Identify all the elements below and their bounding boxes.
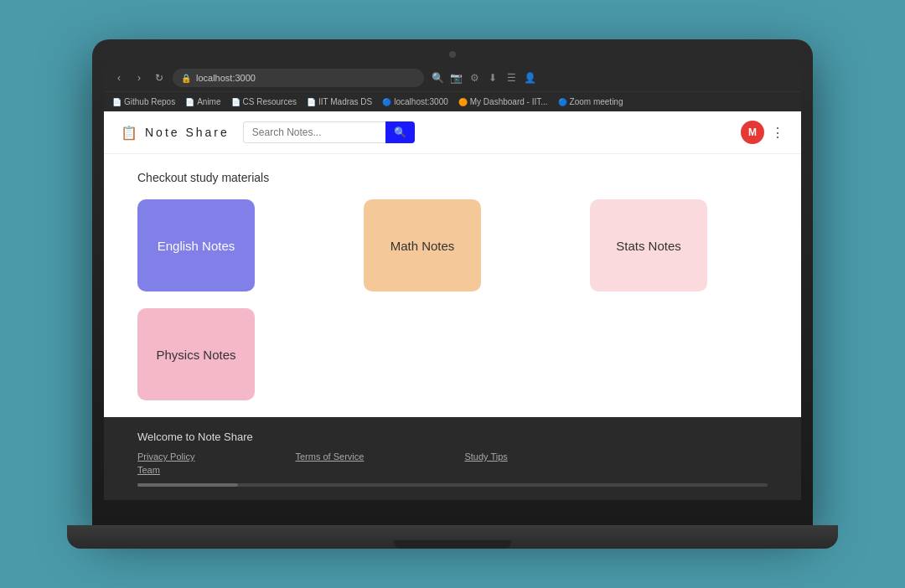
- github-icon: 📄: [112, 98, 122, 106]
- footer-group-middle: Terms of Service: [295, 451, 364, 475]
- brand: 📋 Note Share: [121, 125, 230, 141]
- screen-bezel: ‹ › ↻ 🔒 localhost:3000 🔍 📷 ⚙ ⬇ ☰ 👤: [104, 64, 801, 500]
- section-title: Checkout study materials: [137, 171, 768, 184]
- bookmark-anime[interactable]: 📄 Anime: [185, 97, 220, 106]
- bookmark-anime-label: Anime: [197, 97, 220, 106]
- bookmark-cs[interactable]: 📄 CS Resources: [231, 97, 297, 106]
- note-card-physics[interactable]: Physics Notes: [137, 308, 255, 400]
- footer-study-tips-link[interactable]: Study Tips: [464, 451, 507, 462]
- dashboard-icon: 🟠: [458, 98, 468, 106]
- note-card-stats[interactable]: Stats Notes: [590, 199, 707, 291]
- laptop-base: [67, 525, 838, 549]
- bookmark-iit-label: IIT Madras DS: [318, 97, 372, 106]
- footer-group-right: Study Tips: [464, 451, 507, 475]
- profile-icon[interactable]: 👤: [523, 72, 536, 84]
- bookmark-dashboard[interactable]: 🟠 My Dashboard - IIT...: [458, 97, 548, 106]
- menu-icon[interactable]: ☰: [504, 72, 518, 84]
- localhost-icon: 🔵: [382, 98, 391, 106]
- bookmark-cs-label: CS Resources: [243, 97, 297, 106]
- scrollbar-thumb: [137, 483, 238, 487]
- browser-actions: 🔍 📷 ⚙ ⬇ ☰ 👤: [431, 72, 536, 84]
- note-label-english: English Notes: [158, 239, 235, 253]
- bookmark-localhost-label: localhost:3000: [394, 97, 448, 106]
- search-button[interactable]: 🔍: [385, 121, 415, 143]
- navbar: 📋 Note Share 🔍 M: [104, 111, 801, 154]
- laptop-shell: ‹ › ↻ 🔒 localhost:3000 🔍 📷 ⚙ ⬇ ☰ 👤: [92, 39, 813, 525]
- note-label-math: Math Notes: [390, 239, 455, 253]
- bookmarks-bar: 📄 Github Repos 📄 Anime 📄 CS Resources 📄 …: [104, 91, 801, 111]
- anime-icon: 📄: [185, 98, 194, 106]
- footer: Welcome to Note Share Privacy Policy Tea…: [104, 417, 801, 500]
- dots-icon: ⋮: [771, 126, 784, 140]
- back-button[interactable]: ‹: [112, 71, 126, 85]
- brand-icon: 📋: [121, 125, 140, 141]
- settings-icon[interactable]: ⚙: [468, 72, 481, 84]
- bookmark-iit[interactable]: 📄 IIT Madras DS: [307, 97, 372, 106]
- footer-scrollbar: [137, 483, 768, 487]
- navbar-right: M ⋮: [741, 121, 784, 144]
- notes-grid: English Notes Math Notes Stats Notes: [137, 199, 768, 400]
- bookmark-github-label: Github Repos: [124, 97, 175, 106]
- bookmark-dashboard-label: My Dashboard - IIT...: [470, 97, 548, 106]
- footer-team-link[interactable]: Team: [137, 465, 194, 475]
- more-options-button[interactable]: ⋮: [771, 125, 784, 141]
- browser-titlebar: ‹ › ↻ 🔒 localhost:3000 🔍 📷 ⚙ ⬇ ☰ 👤: [104, 64, 801, 91]
- main-area: Checkout study materials English Notes M…: [104, 154, 801, 417]
- bookmark-zoom[interactable]: 🔵 Zoom meeting: [558, 97, 623, 106]
- screenshot-icon[interactable]: 📷: [449, 72, 463, 84]
- cs-icon: 📄: [231, 98, 240, 106]
- search-icon: 🔍: [394, 126, 406, 138]
- browser-chrome: ‹ › ↻ 🔒 localhost:3000 🔍 📷 ⚙ ⬇ ☰ 👤: [104, 64, 801, 500]
- forward-button[interactable]: ›: [132, 71, 146, 85]
- page-content: 📋 Note Share 🔍 M: [104, 111, 801, 500]
- footer-title: Welcome to Note Share: [137, 431, 768, 443]
- address-bar[interactable]: 🔒 localhost:3000: [173, 69, 424, 87]
- footer-tos-link[interactable]: Terms of Service: [295, 451, 364, 462]
- bookmark-localhost[interactable]: 🔵 localhost:3000: [382, 97, 448, 106]
- camera-notch: [449, 51, 456, 58]
- bookmark-github[interactable]: 📄 Github Repos: [112, 97, 175, 106]
- note-label-stats: Stats Notes: [616, 239, 681, 253]
- footer-privacy-link[interactable]: Privacy Policy: [137, 451, 194, 462]
- search-box: 🔍: [243, 121, 427, 143]
- zoom-icon: 🔵: [558, 98, 567, 106]
- note-card-english[interactable]: English Notes: [137, 199, 255, 291]
- avatar-letter: M: [748, 126, 757, 138]
- note-card-math[interactable]: Math Notes: [364, 199, 481, 291]
- lock-icon: 🔒: [181, 74, 191, 83]
- footer-links: Privacy Policy Team Terms of Service Stu…: [137, 451, 768, 475]
- url-text: localhost:3000: [196, 73, 256, 83]
- bookmark-zoom-label: Zoom meeting: [570, 97, 623, 106]
- search-browser-icon[interactable]: 🔍: [431, 72, 444, 84]
- avatar[interactable]: M: [741, 121, 764, 144]
- footer-group-left: Privacy Policy Team: [137, 451, 194, 475]
- iit-icon: 📄: [307, 98, 316, 106]
- search-input[interactable]: [243, 121, 385, 143]
- reload-button[interactable]: ↻: [153, 71, 166, 85]
- brand-label: Note Share: [145, 126, 230, 139]
- download-icon[interactable]: ⬇: [486, 72, 499, 84]
- note-label-physics: Physics Notes: [156, 348, 235, 362]
